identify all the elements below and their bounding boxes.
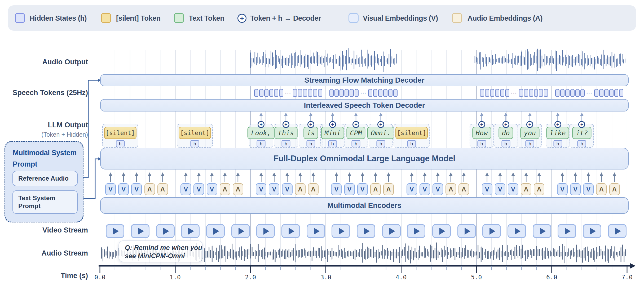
speech-token [565,89,570,97]
video-frame-button [583,224,601,238]
legend-label-text-token: Text Token [189,14,224,23]
token-label: [silent] [104,127,136,139]
token-label: is [303,127,318,139]
token-label: Look, [248,127,275,139]
token-plus-decoder-icon: + [502,121,509,128]
speech-token [378,89,382,97]
hidden-state-box: h [257,140,266,147]
speech-token [505,89,509,97]
speech-token [580,89,585,97]
play-icon [414,228,420,235]
play-icon [213,228,219,235]
speech-token-ellipsis: ··· [360,89,367,97]
visual-embedding-box: V [344,183,355,195]
play-icon [364,228,370,235]
speech-token [313,89,317,97]
diagram: Hidden States (h) [silent] Token Text To… [0,0,644,295]
token-plus-decoder-icon: + [377,121,384,128]
hidden-state-box: h [191,140,199,147]
play-icon [239,228,244,235]
speech-token [619,89,623,97]
speech-token [594,89,598,97]
bar-multimodal-encoders: Multimodal Encoders [100,197,629,214]
play-icon [565,228,571,235]
question-bubble-line1: Q: Remind me when you [125,244,202,252]
speech-token [393,89,398,97]
visual-embedding-box: V [482,183,492,195]
play-icon [439,228,445,235]
speech-token [570,89,575,97]
speech-token [480,89,484,97]
hidden-state-box: h [501,140,510,147]
audio-embedding-box: A [458,183,469,195]
video-frame-button [558,224,576,238]
speech-token [254,89,258,97]
hidden-state-box: h [328,140,337,147]
multimodal-system-prompt-box: Multimodal System Prompt Reference Audio… [5,141,83,222]
visual-embedding-box: V [420,183,430,195]
hidden-state-box: h [116,140,125,147]
hidden-state-box: h [281,140,290,147]
speech-token [308,89,312,97]
visual-embedding-box: V [407,183,417,195]
speech-token [334,89,339,97]
speech-token [298,89,302,97]
visual-embedding-box: V [207,183,217,195]
play-icon [289,228,294,235]
row-label-audio-stream: Audio Stream [1,249,88,258]
legend-label-audio-embeddings: Audio Embeddings (A) [467,14,542,23]
play-icon [489,228,495,235]
legend-swatch-audio-embeddings [452,13,462,23]
legend-label-silent-token: [silent] Token [116,14,161,23]
speech-token-group: ··· [254,89,323,97]
visual-embedding-box: V [118,183,129,195]
speech-token-group: ··· [329,89,398,97]
video-frame-button [106,224,124,238]
axis-tick-label: 4.0 [389,274,413,281]
video-frame-button [533,224,551,238]
llm-token-silent: [silent]h [102,124,138,148]
speech-token-ellipsis: ··· [586,89,592,97]
speech-token [388,89,392,97]
multimodal-system-prompt-title: Multimodal System Prompt [13,147,83,170]
video-frame-button [256,224,275,238]
speech-token [279,89,283,97]
token-label: you [521,127,539,139]
visual-embedding-box: V [131,183,142,195]
hidden-state-box: h [352,140,360,147]
axis-tick-label: 5.0 [465,274,488,281]
visual-embedding-box: V [269,183,279,195]
audio-embedding-box: A [534,183,544,195]
hidden-state-box: h [577,140,586,147]
play-icon [263,228,269,235]
row-label-time: Time (s) [1,271,88,280]
llm-token-silent: [silent]h [394,124,430,148]
video-frame-button [231,224,250,238]
token-plus-decoder-icon: + [283,121,289,128]
reference-audio-box: Reference Audio [12,171,78,186]
token-label: [silent] [179,127,211,139]
speech-token [329,89,334,97]
speech-token [264,89,268,97]
speech-token [609,89,614,97]
hidden-state-box: h [407,140,416,147]
axis-tick-label: 3.0 [314,274,338,281]
play-icon [540,228,546,235]
speech-token [355,89,359,97]
llm-token-silent: [silent]h [177,124,213,148]
speech-token [544,89,548,97]
speech-token [485,89,489,97]
speech-token [555,89,559,97]
legend-label-token-h-decoder: Token + h → Decoder [250,14,321,23]
token-label: it? [572,127,591,139]
token-label: CPM [347,127,365,139]
video-frame-button [156,224,175,238]
axis-tick-label: 0.0 [88,274,112,281]
visual-embedding-box: V [256,183,266,195]
visual-embedding-box: V [570,183,581,195]
token-plus-decoder-icon: + [478,121,485,128]
visual-embedding-box: V [433,183,443,195]
token-label: like [546,127,569,139]
axis-tick-label: 1.0 [163,274,187,281]
video-frame-button [131,224,149,238]
